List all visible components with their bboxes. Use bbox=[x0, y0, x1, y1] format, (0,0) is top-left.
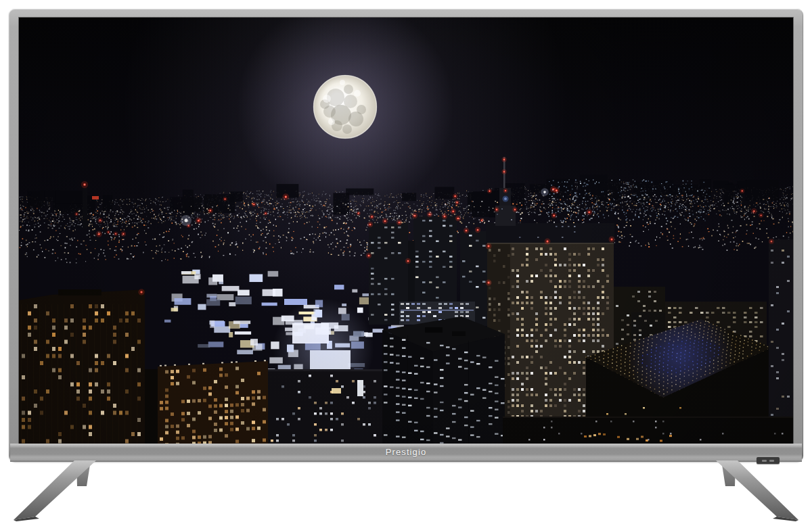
product-photo: Prestigio bbox=[0, 0, 812, 522]
tv-stand-leg-left bbox=[14, 460, 96, 520]
tv-stand-leg-right bbox=[716, 460, 798, 520]
television: Prestigio bbox=[0, 0, 812, 522]
screen-cityscape-image bbox=[19, 18, 793, 444]
tv-bezel-frame: Prestigio bbox=[9, 9, 803, 462]
tv-screen bbox=[19, 18, 793, 444]
tv-stand bbox=[0, 453, 812, 522]
